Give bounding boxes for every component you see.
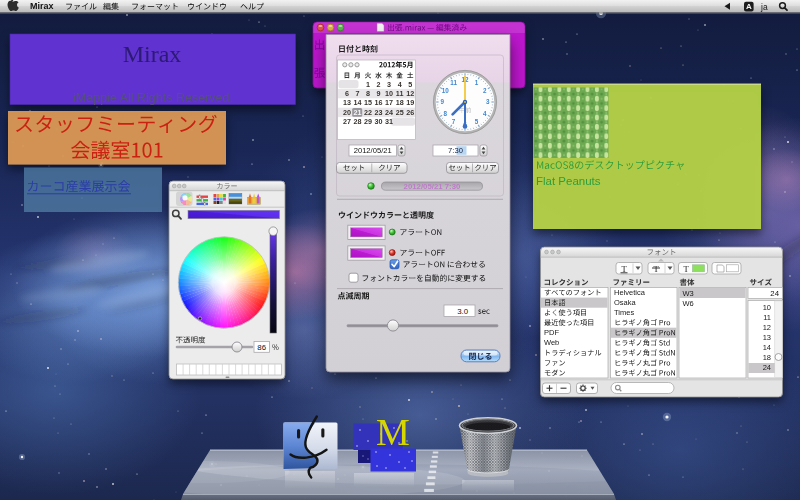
svg-text:Mirax: Mirax <box>123 41 182 67</box>
svg-text:5: 5 <box>408 80 412 89</box>
svg-text:Osaka: Osaka <box>614 298 637 307</box>
svg-text:13: 13 <box>763 333 771 342</box>
svg-text:Mirax: Mirax <box>30 1 54 11</box>
svg-text:11: 11 <box>763 313 771 322</box>
svg-text:18: 18 <box>396 98 404 107</box>
svg-text:30: 30 <box>375 117 383 126</box>
svg-text:PDF: PDF <box>544 328 559 337</box>
svg-text:W6: W6 <box>683 299 694 308</box>
svg-text:21: 21 <box>353 108 361 117</box>
svg-text:7: 7 <box>452 118 456 125</box>
svg-text:24: 24 <box>385 108 393 117</box>
svg-text:14: 14 <box>353 98 361 107</box>
svg-text:Helvetica: Helvetica <box>614 288 646 297</box>
svg-text:24: 24 <box>770 289 779 298</box>
svg-text:1: 1 <box>475 79 479 86</box>
svg-text:10: 10 <box>763 303 771 312</box>
svg-text:8: 8 <box>366 89 370 98</box>
svg-text:2012/05/21: 2012/05/21 <box>354 146 392 155</box>
svg-text:19: 19 <box>406 98 414 107</box>
svg-text:17: 17 <box>385 98 393 107</box>
svg-text:iMappie All Rights Reserved.: iMappie All Rights Reserved. <box>73 91 233 105</box>
svg-text:T: T <box>653 264 659 274</box>
svg-text:29: 29 <box>364 117 372 126</box>
svg-text:26: 26 <box>406 108 414 117</box>
svg-text:W3: W3 <box>683 289 694 298</box>
svg-text:22: 22 <box>364 108 372 117</box>
svg-text:6: 6 <box>345 89 349 98</box>
svg-text:13: 13 <box>343 98 351 107</box>
svg-text:9: 9 <box>377 89 381 98</box>
svg-text:4: 4 <box>398 80 402 89</box>
svg-text:Times: Times <box>614 308 634 317</box>
svg-text:11: 11 <box>396 89 404 98</box>
svg-text:A: A <box>746 2 752 11</box>
svg-text:2: 2 <box>377 80 381 89</box>
svg-text:3: 3 <box>387 80 391 89</box>
svg-text:8: 8 <box>443 110 447 117</box>
svg-text:Web: Web <box>544 338 559 347</box>
svg-text:3.0: 3.0 <box>457 307 469 316</box>
svg-text:7: 7 <box>355 89 359 98</box>
svg-text:27: 27 <box>343 117 351 126</box>
svg-text:3: 3 <box>486 98 490 105</box>
svg-text:10: 10 <box>442 87 450 94</box>
svg-text:T: T <box>621 264 627 274</box>
svg-text:28: 28 <box>353 117 361 126</box>
svg-text:10: 10 <box>385 89 393 98</box>
svg-text:7:30: 7:30 <box>448 146 463 155</box>
svg-text:12: 12 <box>763 323 771 332</box>
svg-text:9: 9 <box>440 98 444 105</box>
svg-text:14: 14 <box>763 343 771 352</box>
svg-text:2: 2 <box>483 87 487 94</box>
svg-text:31: 31 <box>385 117 393 126</box>
svg-text:T: T <box>683 264 689 274</box>
svg-text:4: 4 <box>483 110 487 117</box>
svg-text:ja: ja <box>760 2 768 12</box>
svg-text:11: 11 <box>450 79 457 86</box>
svg-text:Flat Peanuts: Flat Peanuts <box>536 175 601 187</box>
svg-text:25: 25 <box>396 108 404 117</box>
svg-text:20: 20 <box>343 108 351 117</box>
svg-text:2012/05/21 7:30: 2012/05/21 7:30 <box>404 182 461 191</box>
svg-text:1: 1 <box>366 80 370 89</box>
svg-text:18: 18 <box>763 353 771 362</box>
svg-text:23: 23 <box>375 108 383 117</box>
svg-text:86: 86 <box>257 343 266 352</box>
svg-text:24: 24 <box>763 363 771 372</box>
svg-text:12: 12 <box>406 89 414 98</box>
svg-text:5: 5 <box>475 118 479 125</box>
svg-text:16: 16 <box>375 98 383 107</box>
svg-text:M: M <box>376 411 410 453</box>
svg-text:15: 15 <box>364 98 372 107</box>
